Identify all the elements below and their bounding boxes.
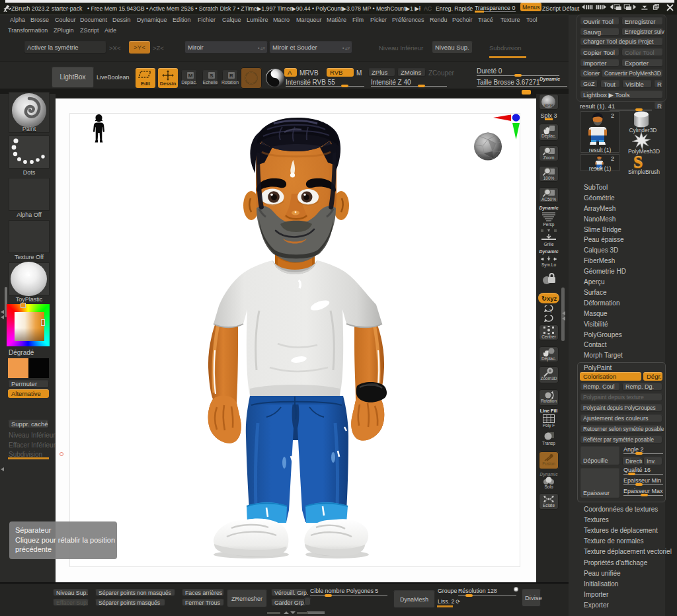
svg-text:R: R bbox=[229, 73, 233, 79]
svg-text:S: S bbox=[210, 73, 214, 79]
svg-text:M: M bbox=[188, 73, 193, 79]
svg-text:Y: Y bbox=[549, 309, 553, 313]
